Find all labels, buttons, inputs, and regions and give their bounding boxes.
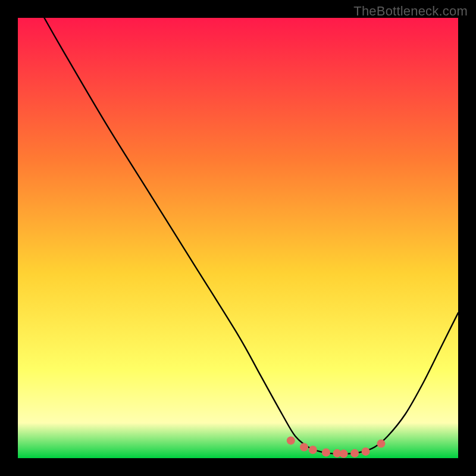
watermark-text: TheBottleneck.com xyxy=(353,4,468,19)
chart-svg xyxy=(18,18,458,458)
marker-dot xyxy=(300,443,308,452)
marker-dot xyxy=(287,436,295,444)
marker-dot xyxy=(322,448,330,456)
marker-dot xyxy=(362,447,370,456)
marker-dot xyxy=(350,449,359,458)
marker-dot xyxy=(377,440,386,448)
plot-area xyxy=(18,18,458,458)
chart-outer: TheBottleneck.com xyxy=(0,0,476,476)
gradient-background xyxy=(18,18,458,458)
marker-dot xyxy=(309,446,317,454)
marker-dot xyxy=(340,450,348,458)
